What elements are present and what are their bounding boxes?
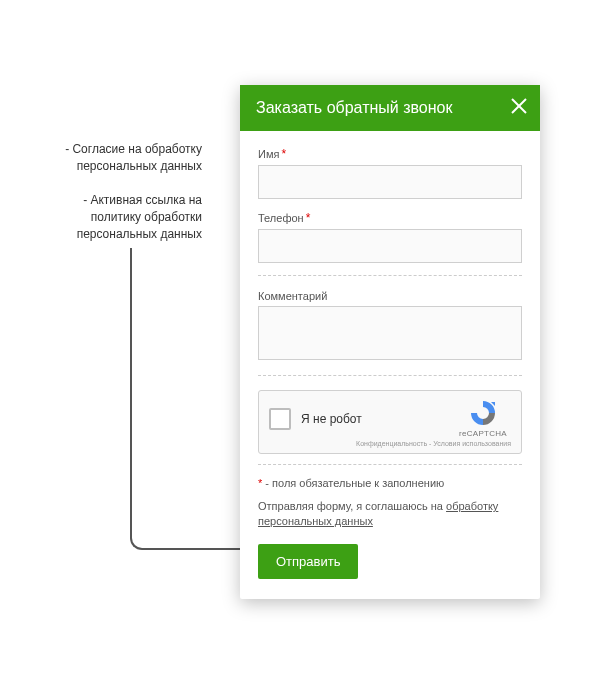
modal-title: Заказать обратный звонок	[256, 99, 452, 116]
modal-body: Имя* Телефон* Комментарий	[240, 131, 540, 599]
submit-button[interactable]: Отправить	[258, 544, 358, 579]
recaptcha-logo-icon	[469, 399, 497, 427]
close-icon[interactable]	[508, 95, 530, 117]
divider	[258, 275, 522, 276]
recaptcha-widget: Я не робот reCAPTCHA	[258, 390, 522, 454]
required-note: * - поля обязательные к заполнению	[258, 477, 522, 489]
recaptcha-brand: reCAPTCHA	[455, 429, 511, 438]
field-name-label: Имя*	[258, 147, 522, 161]
recaptcha-label: Я не робот	[301, 412, 362, 426]
name-input[interactable]	[258, 165, 522, 199]
connector-line	[130, 248, 240, 550]
phone-input[interactable]	[258, 229, 522, 263]
field-phone: Телефон*	[258, 211, 522, 263]
comment-input[interactable]	[258, 306, 522, 360]
modal-header: Заказать обратный звонок	[240, 85, 540, 131]
recaptcha-checkbox[interactable]	[269, 408, 291, 430]
consent-text: Отправляя форму, я соглашаюсь на обработ…	[258, 499, 522, 530]
divider	[258, 375, 522, 376]
field-comment: Комментарий	[258, 290, 522, 363]
divider	[258, 464, 522, 465]
field-phone-label: Телефон*	[258, 211, 522, 225]
field-name: Имя*	[258, 147, 522, 199]
annotation-link: - Активная ссылка на политику обработки …	[42, 192, 202, 242]
callback-modal: Заказать обратный звонок Имя* Телефон*	[240, 85, 540, 599]
recaptcha-policy-text: Конфиденциальность - Условия использован…	[269, 440, 511, 447]
field-comment-label: Комментарий	[258, 290, 522, 302]
annotation-consent: - Согласие на обработку персональных дан…	[32, 141, 202, 175]
